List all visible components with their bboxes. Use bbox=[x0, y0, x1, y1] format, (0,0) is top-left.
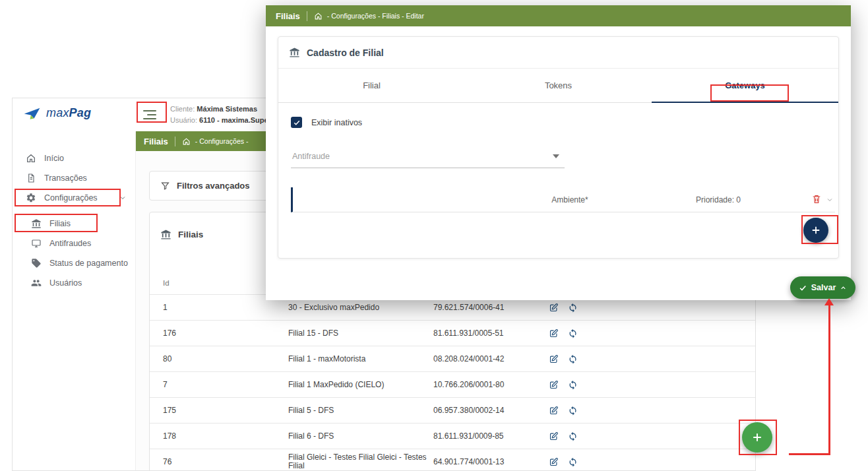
modal-title: Filiais bbox=[276, 11, 300, 21]
row-id: 76 bbox=[150, 457, 288, 466]
chevron-down-icon[interactable] bbox=[826, 196, 834, 204]
sidebar-item-label: Início bbox=[44, 154, 64, 163]
sidebar-item-usuarios[interactable]: Usuários bbox=[13, 273, 136, 293]
filter-icon bbox=[160, 181, 170, 191]
tab-filial[interactable]: Filial bbox=[278, 69, 465, 102]
antifraud-select-value: Antifraude bbox=[292, 152, 330, 161]
form-card-title: Cadastro de Filial bbox=[278, 37, 838, 69]
home-icon[interactable] bbox=[314, 12, 323, 20]
table-row[interactable]: 80 Filial 1 - maxMotorista 08.208.024/00… bbox=[150, 346, 756, 372]
edit-icon[interactable] bbox=[549, 380, 559, 390]
monitor-icon bbox=[31, 238, 42, 249]
edit-icon[interactable] bbox=[549, 457, 559, 467]
form-card-title-label: Cadastro de Filial bbox=[307, 47, 384, 58]
sidebar-item-label: Status de pagamento bbox=[49, 259, 128, 268]
chevron-up-icon bbox=[840, 284, 847, 292]
red-arrow-horizontal-segment bbox=[789, 453, 830, 455]
sidebar-item-inicio[interactable]: Início bbox=[13, 148, 136, 168]
home-icon[interactable] bbox=[182, 137, 191, 146]
menu-icon[interactable] bbox=[143, 108, 160, 121]
table-row[interactable]: 176 Filial 15 - DFS 81.611.931/0005-51 bbox=[150, 321, 756, 346]
trash-icon[interactable] bbox=[811, 194, 822, 204]
filters-title: Filtros avançados bbox=[177, 181, 250, 191]
sync-icon[interactable] bbox=[568, 380, 578, 390]
edit-icon[interactable] bbox=[549, 431, 559, 441]
transactions-icon bbox=[26, 173, 36, 183]
sidebar-item-label: Filiais bbox=[49, 219, 71, 228]
home-icon bbox=[26, 153, 36, 164]
edit-icon[interactable] bbox=[549, 303, 559, 313]
red-arrow-vertical-segment bbox=[828, 305, 830, 455]
plus-icon bbox=[751, 431, 764, 444]
row-name: Filial 1 MaxPedido (CIELO) bbox=[288, 381, 433, 389]
tab-tokens[interactable]: Tokens bbox=[465, 69, 652, 102]
add-branch-fab[interactable] bbox=[742, 422, 772, 453]
modal-header-bar: Filiais - Configurações - Filiais - Edit… bbox=[266, 5, 851, 26]
branches-table: Id 1 30 - Exclusivo maxPedido 79.621.574… bbox=[150, 272, 756, 471]
users-icon bbox=[31, 278, 42, 288]
divider bbox=[307, 11, 307, 21]
tag-icon bbox=[31, 258, 42, 268]
screenshot-stage: maxPag Cliente: Máxima Sistemas Usuário:… bbox=[0, 0, 868, 471]
sidebar-item-filiais[interactable]: Filiais bbox=[13, 214, 136, 234]
edit-icon[interactable] bbox=[549, 406, 559, 416]
show-inactive-label: Exibir inativos bbox=[311, 118, 362, 127]
add-gateway-button[interactable] bbox=[803, 218, 828, 243]
row-cnpj: 06.957.380/0002-14 bbox=[433, 406, 549, 415]
row-name: Filial 5 - DFS bbox=[288, 406, 433, 415]
branch-form-card: Cadastro de Filial Filial Tokens Gateway… bbox=[278, 36, 839, 259]
save-button[interactable]: Salvar bbox=[790, 276, 855, 299]
table-row[interactable]: 175 Filial 5 - DFS 06.957.380/0002-14 bbox=[150, 398, 756, 424]
bank-icon bbox=[160, 229, 171, 240]
row-actions bbox=[549, 406, 578, 416]
sync-icon[interactable] bbox=[568, 303, 578, 313]
modal-breadcrumb: - Configurações - Filiais - Editar bbox=[314, 12, 424, 20]
row-actions bbox=[549, 431, 578, 441]
table-row[interactable]: 7 Filial 1 MaxPedido (CIELO) 10.766.206/… bbox=[150, 372, 756, 398]
row-id: 1 bbox=[150, 303, 288, 312]
gateway-row[interactable]: Ambiente* Prioridade: 0 bbox=[291, 187, 835, 212]
table-row[interactable]: 76 Filial Gleici - Testes Filial Gleici … bbox=[150, 449, 756, 471]
breadcrumb-text: - Configurações - bbox=[195, 137, 249, 145]
row-id: 178 bbox=[150, 431, 288, 441]
bank-icon bbox=[31, 218, 42, 229]
sidebar: Início Transações Configurações bbox=[13, 131, 136, 471]
edit-icon[interactable] bbox=[549, 329, 559, 338]
sidebar-item-label: Transações bbox=[44, 173, 87, 183]
show-inactive-row: Exibir inativos bbox=[291, 117, 362, 128]
sidebar-item-configuracoes[interactable]: Configurações bbox=[13, 188, 136, 208]
sync-icon[interactable] bbox=[568, 329, 578, 338]
gateway-ambiente-label: Ambiente* bbox=[511, 195, 629, 204]
antifraud-select[interactable]: Antifraude bbox=[291, 144, 565, 168]
row-id: 175 bbox=[150, 406, 288, 415]
maxpag-logo-icon bbox=[23, 106, 42, 120]
sync-icon[interactable] bbox=[568, 457, 578, 467]
check-icon bbox=[293, 119, 301, 127]
sidebar-item-label: Usuários bbox=[49, 278, 82, 288]
check-icon bbox=[799, 284, 807, 292]
row-id: 176 bbox=[150, 329, 288, 338]
tab-gateways[interactable]: Gateways bbox=[652, 69, 838, 102]
tab-label: Gateways bbox=[725, 80, 765, 90]
sync-icon[interactable] bbox=[568, 354, 578, 364]
chevron-down-icon bbox=[119, 194, 127, 202]
gear-icon bbox=[26, 193, 36, 203]
edit-icon[interactable] bbox=[549, 354, 559, 364]
row-cnpj: 10.766.206/0001-80 bbox=[433, 380, 549, 389]
table-row[interactable]: 178 Filial 6 - DFS 81.611.931/0009-85 bbox=[150, 424, 756, 449]
modal-breadcrumb-text: - Configurações - Filiais - Editar bbox=[327, 12, 424, 20]
maxpag-logo-text: maxPag bbox=[46, 106, 91, 120]
row-actions bbox=[549, 354, 578, 364]
edit-branch-modal: Filiais - Configurações - Filiais - Edit… bbox=[266, 5, 851, 300]
sidebar-item-status-pagamento[interactable]: Status de pagamento bbox=[13, 253, 136, 273]
divider bbox=[175, 137, 175, 146]
row-id: 80 bbox=[150, 354, 288, 363]
tab-label: Filial bbox=[363, 80, 381, 90]
show-inactive-checkbox[interactable] bbox=[291, 117, 302, 128]
row-name: Filial 6 - DFS bbox=[288, 432, 433, 441]
sync-icon[interactable] bbox=[568, 406, 578, 416]
sidebar-item-transacoes[interactable]: Transações bbox=[13, 168, 136, 188]
sync-icon[interactable] bbox=[568, 431, 578, 441]
gateway-priority-label: Prioridade: 0 bbox=[662, 195, 774, 204]
sidebar-item-antifraudes[interactable]: Antifraudes bbox=[13, 234, 136, 253]
